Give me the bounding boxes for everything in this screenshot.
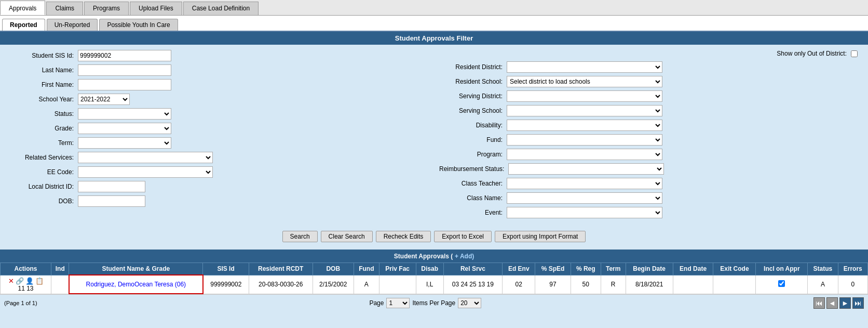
tab-approvals[interactable]: Approvals xyxy=(0,1,45,15)
filter-left-column: Student SIS Id: Last Name: First Name: S… xyxy=(10,50,429,221)
serving-school-select[interactable] xyxy=(507,105,662,116)
student-sis-id-row: Student SIS Id: xyxy=(10,50,429,61)
incl-on-appr-checkbox[interactable] xyxy=(778,280,785,287)
filter-header: Student Approvals Filter xyxy=(0,32,868,45)
tab-programs[interactable]: Programs xyxy=(84,2,129,15)
export-import-format-button[interactable]: Export using Import Format xyxy=(495,231,586,242)
row-incl-on-appr xyxy=(756,275,808,294)
clear-search-button[interactable]: Clear Search xyxy=(321,231,373,242)
grade-label: Grade: xyxy=(10,125,78,132)
related-services-select[interactable] xyxy=(78,152,213,163)
pagination-center: Page 1 Items Per Page 20 50 100 xyxy=(369,298,481,308)
delete-icon[interactable]: ✕ xyxy=(8,277,14,285)
ee-code-select[interactable] xyxy=(78,166,213,178)
school-year-label: School Year: xyxy=(10,96,78,103)
top-tabs-bar: Approvals Claims Programs Upload Files C… xyxy=(0,0,868,16)
last-page-button[interactable]: ⏭ xyxy=(852,297,864,309)
col-exit-code: Exit Code xyxy=(713,263,756,275)
student-sis-id-input[interactable] xyxy=(78,50,171,61)
fund-select[interactable] xyxy=(507,134,662,146)
row-status: A xyxy=(808,275,838,294)
class-name-row: Class Name: xyxy=(439,192,858,204)
row-begin-date: 8/18/2021 xyxy=(626,275,673,294)
col-rel-srvc: Rel Srvc xyxy=(443,263,502,275)
serving-district-select[interactable] xyxy=(507,90,662,102)
action-icons: ✕ 🔗 👤 📋 xyxy=(3,277,49,285)
resident-district-select[interactable] xyxy=(507,61,662,73)
second-tabs-bar: Reported Un-Reported Possible Youth In C… xyxy=(0,16,868,32)
col-disab: Disab xyxy=(416,263,443,275)
tab-case-load-definition[interactable]: Case Load Definition xyxy=(183,2,259,15)
person-icon[interactable]: 👤 xyxy=(25,277,34,285)
recheck-edits-button[interactable]: Recheck Edits xyxy=(376,231,431,242)
term-select[interactable] xyxy=(78,137,171,149)
student-approvals-table: Actions Ind Student Name & Grade SIS Id … xyxy=(0,263,868,294)
student-sis-id-label: Student SIS Id: xyxy=(10,52,78,59)
row-ed-env: 02 xyxy=(503,275,535,294)
resident-school-row: Resident School: Select district to load… xyxy=(439,76,858,87)
local-district-id-input[interactable] xyxy=(78,181,145,192)
col-fund: Fund xyxy=(354,263,379,275)
status-select[interactable] xyxy=(78,108,171,120)
serving-district-label: Serving District: xyxy=(439,93,507,100)
items-per-page-select[interactable]: 20 50 100 xyxy=(458,298,481,308)
col-ind: Ind xyxy=(51,263,69,275)
row-student-name[interactable]: Rodriguez, DemoOcean Teresa (06) xyxy=(69,275,203,294)
first-name-input[interactable] xyxy=(78,79,171,90)
col-resident-rcdt: Resident RCDT xyxy=(249,263,313,275)
status-row: Status: xyxy=(10,108,429,120)
event-select[interactable] xyxy=(507,207,662,218)
first-page-button[interactable]: ⏮ xyxy=(813,297,825,309)
col-incl-on-appr: Incl on Appr xyxy=(756,263,808,275)
grade-row: Grade: xyxy=(10,123,429,134)
prev-page-button[interactable]: ◄ xyxy=(826,297,838,309)
class-teacher-select[interactable] xyxy=(507,178,662,189)
col-status: Status xyxy=(808,263,838,275)
col-term: Term xyxy=(601,263,626,275)
row-ind xyxy=(51,275,69,294)
reimbursement-status-select[interactable] xyxy=(508,163,664,175)
page-select[interactable]: 1 xyxy=(386,298,410,308)
show-out-of-district-checkbox[interactable] xyxy=(851,50,858,57)
tab-upload-files[interactable]: Upload Files xyxy=(130,2,182,15)
serving-school-row: Serving School: xyxy=(439,105,858,116)
export-to-excel-button[interactable]: Export to Excel xyxy=(434,231,492,242)
resident-school-select[interactable]: Select district to load schools xyxy=(507,76,662,87)
tab-possible-youth-in-care[interactable]: Possible Youth In Care xyxy=(99,19,178,31)
student-approvals-section: Student Approvals ( + Add) Actions Ind S… xyxy=(0,250,868,311)
school-year-select[interactable]: 2021-2022 2020-2021 2019-2020 xyxy=(78,94,130,105)
dob-row: DOB: xyxy=(10,195,429,207)
row-term: R xyxy=(601,275,626,294)
ee-code-label: EE Code: xyxy=(10,168,78,176)
grade-select[interactable] xyxy=(78,123,171,134)
tab-un-reported[interactable]: Un-Reported xyxy=(47,19,98,31)
tab-claims[interactable]: Claims xyxy=(46,2,83,15)
last-name-label: Last Name: xyxy=(10,67,78,74)
col-end-date: End Date xyxy=(673,263,713,275)
copy-icon[interactable]: 📋 xyxy=(35,277,44,285)
row-sis-id: 999999002 xyxy=(203,275,249,294)
fund-label: Fund: xyxy=(439,136,507,143)
resident-school-label: Resident School: xyxy=(439,78,507,85)
event-label: Event: xyxy=(439,209,507,216)
disability-label: Disability: xyxy=(439,122,507,129)
filter-section: Student Approvals Filter Student SIS Id:… xyxy=(0,32,868,246)
serving-school-label: Serving School: xyxy=(439,107,507,114)
last-name-input[interactable] xyxy=(78,64,171,76)
disability-select[interactable] xyxy=(507,120,662,131)
add-link[interactable]: + Add) xyxy=(455,253,474,260)
next-page-button[interactable]: ► xyxy=(839,297,851,309)
row-fund: A xyxy=(354,275,379,294)
search-button[interactable]: Search xyxy=(282,231,318,242)
tab-reported[interactable]: Reported xyxy=(2,19,45,31)
event-row: Event: xyxy=(439,207,858,218)
dob-input[interactable] xyxy=(78,195,145,207)
resident-district-label: Resident District: xyxy=(439,63,507,71)
class-name-select[interactable] xyxy=(507,192,662,204)
col-dob: DOB xyxy=(313,263,354,275)
first-name-label: First Name: xyxy=(10,81,78,88)
disability-row: Disability: xyxy=(439,120,858,131)
program-select[interactable] xyxy=(507,149,662,160)
link-icon[interactable]: 🔗 xyxy=(16,277,24,285)
col-priv-fac: Priv Fac xyxy=(379,263,416,275)
